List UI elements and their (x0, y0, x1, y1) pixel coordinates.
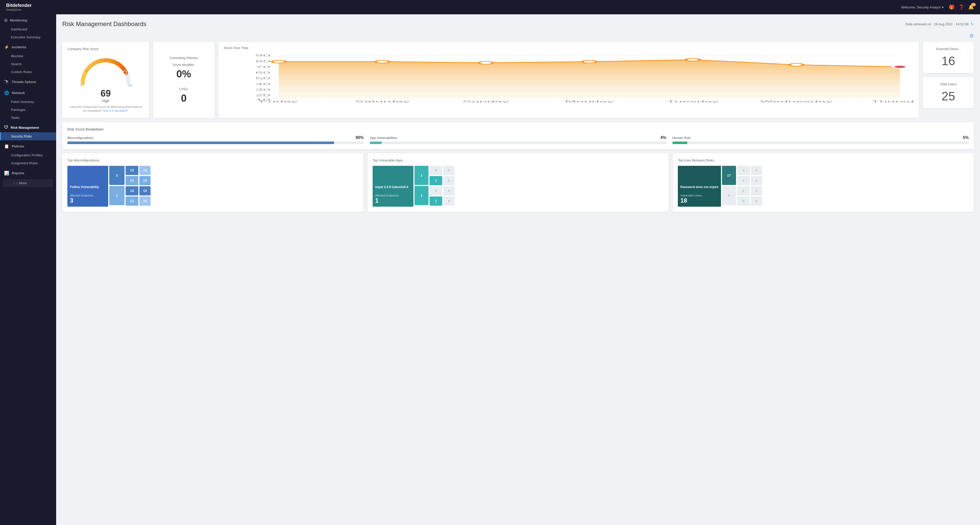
sidebar-item-executive-summary[interactable]: Executive Summary (0, 33, 56, 41)
misconfig-main-value: 3 (70, 197, 106, 204)
risk-bar-track (67, 142, 364, 144)
sidebar-group-icon-network: 🌐 (4, 91, 9, 95)
data-retrieved: Data retrieved on: 19.Aug.2022 - 14:52:0… (905, 22, 974, 27)
sidebar-group-icon-incidents: ⚡ (4, 45, 9, 49)
sidebar-group-icon-risk-management: 🛡 (4, 125, 8, 130)
sidebar-group-header-network[interactable]: 🌐Network (0, 88, 56, 98)
sidebar-item-patch-inventory[interactable]: Patch Inventory (0, 98, 56, 106)
sidebar-item-custom-rules[interactable]: Custom Rules (0, 68, 56, 76)
misconfig-cell-2[interactable]: 2 (109, 166, 124, 185)
scanned-devices-card: Scanned Devic... 16 (923, 42, 974, 73)
score-over-time-title: Score Over Time (224, 46, 914, 50)
userbeh-cell-0c[interactable]: 0 (737, 176, 750, 185)
misconfig-cell-13h[interactable]: 13 (139, 196, 151, 206)
vulnapp-cell-0b[interactable]: 0 (430, 186, 442, 195)
svg-text:50: 50 (104, 58, 107, 61)
userbeh-cell-0h[interactable]: 0 (751, 186, 762, 195)
sidebar-item-tasks[interactable]: Tasks (0, 114, 56, 121)
misconfig-cell-13a[interactable]: 13 (126, 166, 138, 175)
notification-icon[interactable]: 🔔 18 (968, 4, 974, 10)
userbeh-cell-17[interactable]: 17 (722, 166, 736, 185)
sidebar-group-header-monitoring[interactable]: ⊙Monitoring (0, 15, 56, 25)
stat-cards: Scanned Devic... 16 Total Users 25 (923, 42, 974, 118)
misconfig-cell-13g[interactable]: 13 (139, 186, 151, 195)
risk-bar-track (673, 142, 969, 144)
userbeh-cell-0a[interactable]: 0 (722, 186, 736, 205)
misconfig-main-cell[interactable]: Follina Vulnerability Affected Endpoints… (67, 166, 108, 207)
gauge-description: Lower the configuration score by address… (67, 105, 144, 113)
scanned-devices-title: Scanned Devic... (936, 47, 961, 51)
sidebar-group-policies: 📋PoliciesConfiguration ProfilesAssignmen… (0, 141, 56, 167)
svg-text:Friday: Friday (259, 100, 298, 103)
gauge-svg: 0 25 50 75 100 (78, 54, 134, 87)
sidebar-item-assignment-rules[interactable]: Assignment Rules (0, 159, 56, 167)
cves-label: CVEs: (179, 87, 189, 91)
top-user-behavior-treemap: Password does not expire Vulnerable User… (678, 166, 969, 207)
vulnapp-cell-1d[interactable]: 1 (430, 196, 442, 206)
score-over-time-chart: 90 80 70 60 50 40 30 20 10 (224, 53, 914, 104)
vulnapp-cell-0e[interactable]: 0 (443, 186, 455, 195)
help-icon[interactable]: ❓ (959, 4, 964, 10)
sidebar-item-security-risks[interactable]: Security Risks (0, 132, 56, 140)
misconfig-cell-13b[interactable]: 13 (126, 176, 138, 185)
sidebar-group-header-reports[interactable]: 📊Reports (0, 168, 56, 178)
svg-point-26 (479, 61, 493, 64)
refresh-icon[interactable]: ↻ (970, 22, 974, 27)
misconfig-cell-13c[interactable]: 13 (126, 186, 138, 195)
gift-icon[interactable]: 🎁 (949, 4, 955, 10)
sidebar-group-header-risk-management[interactable]: 🛡Risk Management (0, 123, 56, 132)
sidebar-group-header-incidents[interactable]: ⚡Incidents (0, 42, 56, 52)
userbeh-main-sub: Vulnerable Users (680, 194, 718, 197)
vulnapp-cell-0c[interactable]: 0 (443, 166, 455, 175)
sidebar-item-blocklist[interactable]: Blocklist (0, 52, 56, 60)
userbeh-cell-0f[interactable]: 0 (751, 166, 762, 175)
vulnapp-cell-1a[interactable]: 1 (414, 166, 428, 185)
sidebar-group-icon-threats-xplorer: 🔭 (4, 80, 9, 84)
sidebar-group-label-network: Network (12, 91, 25, 95)
userbeh-cell-0b[interactable]: 0 (737, 166, 750, 175)
misconfig-cell-13f[interactable]: 13 (139, 176, 151, 185)
userbeh-cell-0i[interactable]: 0 (751, 196, 762, 206)
vulnapp-cell-0f[interactable]: 0 (443, 196, 455, 206)
misconfig-cell-13d[interactable]: 13 (126, 196, 138, 206)
vulnapp-main-cell[interactable]: expat 2.2.9-1ubuntu0.4 Affected Endpoint… (372, 166, 414, 207)
svg-text:100: 100 (128, 84, 132, 87)
sidebar-group-icon-policies: 📋 (4, 144, 9, 149)
vulnapp-main-sub: Affected Endpoints (375, 194, 411, 197)
svg-text:60: 60 (255, 71, 270, 74)
sidebar-group-header-threats-xplorer[interactable]: 🔭Threats Xplorer (0, 77, 56, 87)
risk-bar-fill (673, 142, 687, 144)
svg-text:20: 20 (255, 94, 270, 97)
vulnapp-cell-1b[interactable]: 1 (414, 186, 428, 205)
sidebar-item-search[interactable]: Search (0, 60, 56, 68)
sidebar-group-header-policies[interactable]: 📋Policies (0, 141, 56, 151)
vulnapp-cell-0d[interactable]: 0 (443, 176, 455, 185)
sidebar-group-label-threats-xplorer: Threats Xplorer (12, 80, 36, 84)
userbeh-col-3: 0 0 0 0 (737, 166, 750, 207)
gauge-label: High (102, 99, 110, 103)
userbeh-main-cell[interactable]: Password does not expire Vulnerable User… (678, 166, 721, 207)
svg-point-25 (375, 60, 389, 63)
misconfig-cell-1[interactable]: 1 (109, 186, 124, 205)
more-button[interactable]: ↓ ↓ More (3, 179, 53, 187)
vulnapp-cell-0a[interactable]: 0 (430, 166, 442, 175)
settings-icon[interactable]: ⚙ (969, 33, 974, 39)
brand-name: Bitdefender (6, 3, 32, 8)
svg-text:Monday: Monday (565, 100, 614, 103)
gauge-value: 69 (100, 88, 111, 99)
top-misconfigurations-treemap: Follina Vulnerability Affected Endpoints… (67, 166, 358, 207)
sidebar-item-dashboard[interactable]: Dashboard (0, 25, 56, 33)
svg-text:75: 75 (124, 70, 127, 72)
vulnapp-cell-1c[interactable]: 1 (430, 176, 442, 185)
sidebar-item-packages[interactable]: Packages (0, 106, 56, 114)
welcome-dropdown[interactable]: Welcome, Security Analyst ▾ (901, 5, 944, 9)
userbeh-cell-0e[interactable]: 0 (737, 196, 750, 206)
total-users-card: Total Users 25 (923, 77, 974, 109)
userbeh-cell-0d[interactable]: 0 (737, 186, 750, 195)
userbeh-cell-0g[interactable]: 0 (751, 176, 762, 185)
gauge-link[interactable]: How is it calculated? (103, 109, 128, 112)
settings-row: ⚙ (62, 33, 974, 39)
svg-text:80: 80 (255, 60, 270, 63)
misconfig-cell-13e[interactable]: 13 (139, 166, 151, 175)
sidebar-item-configuration-profiles[interactable]: Configuration Profiles (0, 151, 56, 159)
